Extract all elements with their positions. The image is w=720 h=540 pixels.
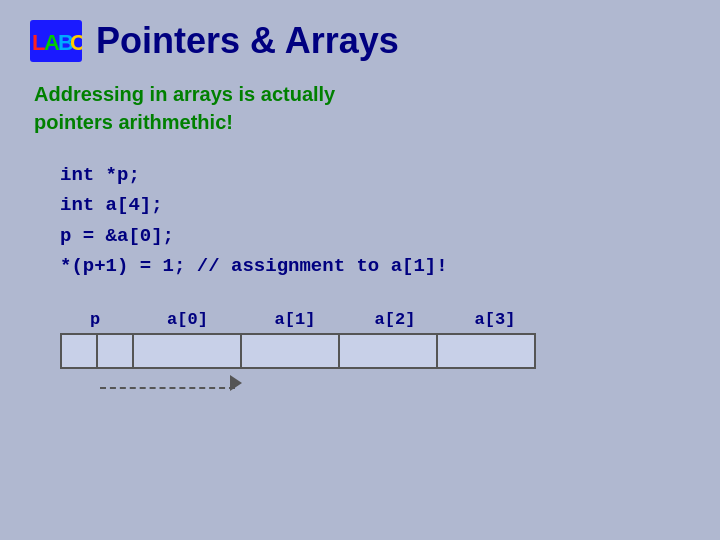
label-a3: a[3] [445, 310, 545, 329]
label-a1: a[1] [245, 310, 345, 329]
svg-text:C: C [70, 30, 82, 55]
box-p2 [96, 333, 134, 369]
arrow-head [230, 375, 242, 391]
label-a0: a[0] [130, 310, 245, 329]
memory-boxes [60, 333, 690, 369]
box-a2 [338, 333, 438, 369]
box-a0 [132, 333, 242, 369]
intro-line2: pointers arithmethic! [34, 111, 233, 133]
code-block: int *p; int a[4]; p = &a[0]; *(p+1) = 1;… [30, 160, 690, 282]
intro-line1: Addressing in arrays is actually [34, 83, 335, 105]
code-line-4: *(p+1) = 1; // assignment to a[1]! [60, 251, 690, 281]
code-line-2: int a[4]; [60, 190, 690, 220]
slide: L A B C Pointers & Arrays Addressing in … [0, 0, 720, 540]
code-line-1: int *p; [60, 160, 690, 190]
code-line-3: p = &a[0]; [60, 221, 690, 251]
dashed-line [100, 387, 235, 389]
pointer-arrow [90, 371, 690, 407]
box-p1 [60, 333, 98, 369]
box-a3 [436, 333, 536, 369]
slide-title: Pointers & Arrays [96, 20, 399, 62]
label-a2: a[2] [345, 310, 445, 329]
memory-diagram: p a[0] a[1] a[2] a[3] [30, 310, 690, 407]
intro-text: Addressing in arrays is actually pointer… [30, 80, 690, 136]
diagram-labels: p a[0] a[1] a[2] a[3] [60, 310, 690, 329]
header: L A B C Pointers & Arrays [30, 20, 690, 62]
labc-logo: L A B C [30, 20, 82, 62]
label-p: p [60, 310, 130, 329]
box-a1 [240, 333, 340, 369]
